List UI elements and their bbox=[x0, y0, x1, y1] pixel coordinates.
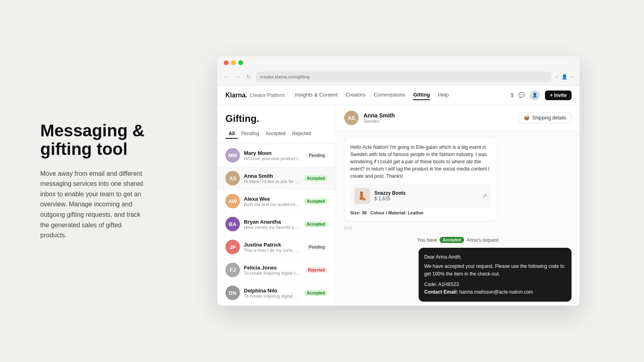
list-item[interactable]: BA Bryan Anantha Here comes my favorite … bbox=[217, 213, 336, 236]
bookmark-icon[interactable]: ☆ bbox=[555, 74, 559, 80]
refresh-button[interactable]: ↻ bbox=[245, 73, 253, 81]
nav-gifting[interactable]: Gifting bbox=[413, 90, 430, 100]
traffic-light-close[interactable] bbox=[224, 60, 229, 65]
more-icon[interactable]: ⋯ bbox=[570, 74, 575, 80]
app-content: Gifting. All Pending Accepted Rejected M… bbox=[217, 105, 580, 306]
invite-button[interactable]: + Invite bbox=[545, 90, 572, 100]
tab-rejected[interactable]: Rejected bbox=[289, 129, 314, 139]
message-preview: Both me and my audience would love... bbox=[244, 202, 300, 207]
status-badge: Rejected bbox=[305, 267, 328, 273]
status-badge: Accepted bbox=[304, 198, 328, 204]
sender-name: Anna Smith bbox=[244, 173, 300, 179]
traffic-light-minimize[interactable] bbox=[231, 60, 236, 65]
chat-icon[interactable]: 💬 bbox=[518, 92, 525, 98]
gifting-title: Gifting. bbox=[217, 105, 336, 129]
main-description: Move away from email and different messa… bbox=[40, 169, 145, 241]
sender-name: Alexa Wee bbox=[244, 196, 300, 202]
user-avatar-nav[interactable]: 👤 bbox=[530, 90, 540, 101]
incoming-message-bubble: Hello Acte Nation! I'm going to Elle-gal… bbox=[344, 138, 497, 221]
conversation-messages: Hello Acte Nation! I'm going to Elle-gal… bbox=[336, 131, 580, 306]
browser-window: ← → ↻ creator.klarna.com/gifting ☆ 👤 ⋯ K… bbox=[217, 56, 580, 306]
conversation-user-name: Anna Smith bbox=[363, 112, 514, 119]
avatar: BA bbox=[225, 217, 240, 231]
conversation-avatar: AS bbox=[344, 111, 359, 125]
accepted-indicator: You have Accepted Anna's request bbox=[344, 237, 572, 243]
nav-right: $ 💬 👤 + Invite bbox=[511, 90, 572, 101]
message-preview: To create inspiring digital content and.… bbox=[244, 271, 301, 276]
outgoing-message-bubble: Dear Anna Amith, We have accepted your r… bbox=[419, 248, 572, 302]
forward-button[interactable]: → bbox=[233, 73, 242, 81]
product-image: 👢 bbox=[354, 188, 370, 204]
nav-links: Insights & Content Creators Commissions … bbox=[295, 90, 511, 100]
accepted-you-label: You have bbox=[417, 237, 437, 243]
address-bar[interactable]: creator.klarna.com/gifting bbox=[256, 72, 551, 82]
accepted-request-label: Anna's request bbox=[466, 237, 499, 243]
browser-container: ← → ↻ creator.klarna.com/gifting ☆ 👤 ⋯ K… bbox=[169, 48, 644, 314]
message-content: Delphina Nilo To create inspiring digita… bbox=[244, 288, 300, 298]
nav-insights[interactable]: Insights & Content bbox=[295, 90, 337, 100]
list-item[interactable]: PE Paula Estrada Kommer 100% på @leyglow… bbox=[217, 304, 336, 306]
message-preview: Hi! Love your new product line. Would... bbox=[244, 156, 302, 161]
list-item[interactable]: FJ Felicia Jones To create inspiring dig… bbox=[217, 259, 336, 282]
status-badge: Pending bbox=[306, 152, 328, 158]
shipping-icon: 📦 bbox=[524, 115, 530, 121]
list-item[interactable]: JP Justine Patrick This is how I do my c… bbox=[217, 236, 336, 259]
status-badge: Accepted bbox=[304, 175, 328, 181]
shipping-details-button[interactable]: 📦 Shipping details bbox=[518, 112, 572, 123]
back-button[interactable]: ← bbox=[222, 73, 230, 81]
browser-actions: ☆ 👤 ⋯ bbox=[555, 74, 575, 80]
browser-titlebar bbox=[217, 56, 580, 69]
incoming-message-text: Hello Acte Nation! I'm going to Elle-gal… bbox=[350, 144, 491, 180]
message-content: Felicia Jones To create inspiring digita… bbox=[244, 265, 301, 276]
list-item[interactable]: DN Delphina Nilo To create inspiring dig… bbox=[217, 282, 336, 304]
status-badge: Accepted bbox=[304, 290, 328, 296]
sender-name: Felicia Jones bbox=[244, 265, 301, 271]
app-logo: Klarna. bbox=[225, 92, 247, 99]
avatar: AW bbox=[225, 194, 240, 208]
avatar: AS bbox=[225, 171, 240, 185]
conversation-user-info: Anna Smith Sweden bbox=[363, 112, 514, 123]
tab-accepted[interactable]: Accepted bbox=[262, 129, 289, 139]
account-icon[interactable]: 👤 bbox=[561, 74, 568, 80]
incoming-message-time: 8:00 bbox=[344, 226, 572, 230]
nav-commissions[interactable]: Commissions bbox=[374, 90, 405, 100]
filter-tabs: All Pending Accepted Rejected bbox=[217, 129, 336, 144]
conversation-panel: AS Anna Smith Sweden 📦 Shipping details … bbox=[336, 105, 580, 306]
nav-help[interactable]: Help bbox=[438, 90, 449, 100]
list-item[interactable]: AW Alexa Wee Both me and my audience wou… bbox=[217, 190, 336, 213]
sender-name: Justine Patrick bbox=[244, 242, 302, 248]
list-item[interactable]: AS Anna Smith Hi there! I'd like to ask … bbox=[217, 167, 336, 190]
sender-name: Delphina Nilo bbox=[244, 288, 300, 294]
tab-all[interactable]: All bbox=[225, 129, 238, 139]
product-details: Size: 38 Colour / Material: Leather bbox=[350, 210, 491, 215]
left-panel: Messaging & gifting tool Move away from … bbox=[0, 97, 169, 265]
nav-creators[interactable]: Creators bbox=[346, 90, 366, 100]
browser-toolbar: ← → ↻ creator.klarna.com/gifting ☆ 👤 ⋯ bbox=[217, 69, 580, 85]
message-content: Mary Moon Hi! Love your new product line… bbox=[244, 150, 302, 161]
avatar: DN bbox=[225, 286, 240, 300]
traffic-light-maximize[interactable] bbox=[238, 60, 243, 65]
product-link-icon[interactable]: ↗ bbox=[482, 193, 487, 199]
sender-name: Bryan Anantha bbox=[244, 219, 300, 225]
message-preview: To create inspiring digital content and.… bbox=[244, 294, 300, 298]
product-info: Snazzy Boots $ 1,635 bbox=[374, 190, 406, 202]
app-nav: Klarna. Creator Platform Insights & Cont… bbox=[217, 86, 580, 105]
list-item[interactable]: MM Mary Moon Hi! Love your new product l… bbox=[217, 144, 336, 167]
tab-pending[interactable]: Pending bbox=[238, 129, 262, 139]
product-price: $ 1,635 bbox=[374, 196, 406, 202]
avatar: MM bbox=[225, 148, 240, 162]
conversation-header: AS Anna Smith Sweden 📦 Shipping details bbox=[336, 105, 580, 131]
dollar-icon[interactable]: $ bbox=[511, 92, 514, 98]
avatar: JP bbox=[225, 240, 240, 254]
message-content: Anna Smith Hi there! I'd like to ask for… bbox=[244, 173, 300, 184]
message-list: MM Mary Moon Hi! Love your new product l… bbox=[217, 144, 336, 306]
outgoing-message-text: Dear Anna Amith, We have accepted your r… bbox=[424, 253, 566, 296]
message-preview: This is how I do my curls, want to creat… bbox=[244, 248, 302, 253]
platform-label: Creator Platform bbox=[250, 93, 285, 98]
avatar: FJ bbox=[225, 263, 240, 277]
message-content: Justine Patrick This is how I do my curl… bbox=[244, 242, 302, 253]
product-name: Snazzy Boots bbox=[374, 190, 406, 196]
status-badge: Accepted bbox=[304, 221, 328, 227]
product-card: 👢 Snazzy Boots $ 1,635 ↗ bbox=[350, 184, 491, 208]
status-badge: Pending bbox=[306, 244, 328, 250]
